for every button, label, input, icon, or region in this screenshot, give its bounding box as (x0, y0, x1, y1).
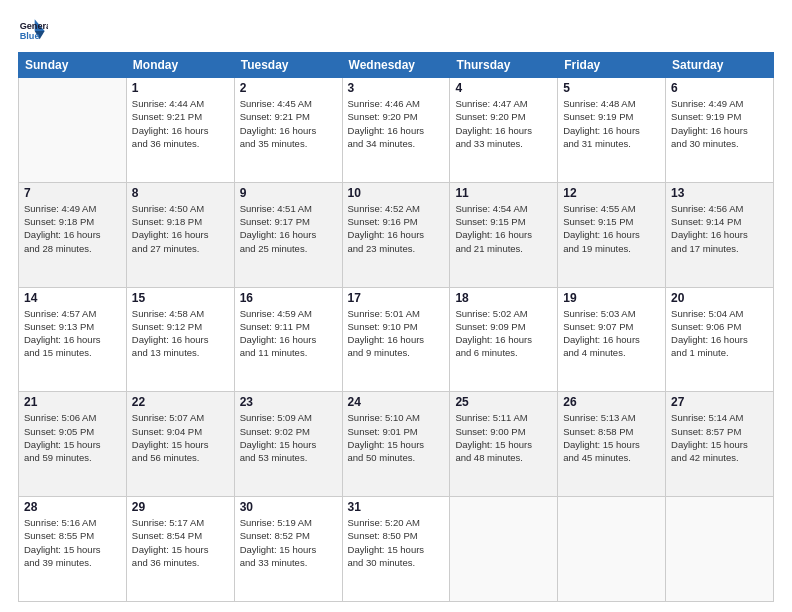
calendar-week-row: 1Sunrise: 4:44 AMSunset: 9:21 PMDaylight… (19, 78, 774, 183)
calendar-cell: 6Sunrise: 4:49 AMSunset: 9:19 PMDaylight… (666, 78, 774, 183)
day-number: 10 (348, 186, 445, 200)
calendar-cell: 23Sunrise: 5:09 AMSunset: 9:02 PMDayligh… (234, 392, 342, 497)
calendar-cell: 28Sunrise: 5:16 AMSunset: 8:55 PMDayligh… (19, 497, 127, 602)
cell-content: Sunrise: 4:56 AMSunset: 9:14 PMDaylight:… (671, 202, 768, 255)
cell-content: Sunrise: 4:57 AMSunset: 9:13 PMDaylight:… (24, 307, 121, 360)
calendar-cell: 8Sunrise: 4:50 AMSunset: 9:18 PMDaylight… (126, 182, 234, 287)
calendar-cell: 27Sunrise: 5:14 AMSunset: 8:57 PMDayligh… (666, 392, 774, 497)
day-number: 4 (455, 81, 552, 95)
cell-content: Sunrise: 4:52 AMSunset: 9:16 PMDaylight:… (348, 202, 445, 255)
cell-content: Sunrise: 5:01 AMSunset: 9:10 PMDaylight:… (348, 307, 445, 360)
calendar-cell: 10Sunrise: 4:52 AMSunset: 9:16 PMDayligh… (342, 182, 450, 287)
cell-content: Sunrise: 4:49 AMSunset: 9:19 PMDaylight:… (671, 97, 768, 150)
calendar-cell: 17Sunrise: 5:01 AMSunset: 9:10 PMDayligh… (342, 287, 450, 392)
day-number: 15 (132, 291, 229, 305)
day-number: 20 (671, 291, 768, 305)
col-header-friday: Friday (558, 53, 666, 78)
calendar-cell: 11Sunrise: 4:54 AMSunset: 9:15 PMDayligh… (450, 182, 558, 287)
cell-content: Sunrise: 5:19 AMSunset: 8:52 PMDaylight:… (240, 516, 337, 569)
calendar-cell: 19Sunrise: 5:03 AMSunset: 9:07 PMDayligh… (558, 287, 666, 392)
svg-text:General: General (20, 21, 48, 31)
day-number: 22 (132, 395, 229, 409)
logo-icon: General Blue (18, 16, 48, 46)
svg-text:Blue: Blue (20, 31, 40, 41)
day-number: 12 (563, 186, 660, 200)
day-number: 3 (348, 81, 445, 95)
calendar-cell: 30Sunrise: 5:19 AMSunset: 8:52 PMDayligh… (234, 497, 342, 602)
col-header-tuesday: Tuesday (234, 53, 342, 78)
calendar-week-row: 28Sunrise: 5:16 AMSunset: 8:55 PMDayligh… (19, 497, 774, 602)
cell-content: Sunrise: 4:45 AMSunset: 9:21 PMDaylight:… (240, 97, 337, 150)
day-number: 29 (132, 500, 229, 514)
col-header-sunday: Sunday (19, 53, 127, 78)
calendar-cell: 7Sunrise: 4:49 AMSunset: 9:18 PMDaylight… (19, 182, 127, 287)
day-number: 26 (563, 395, 660, 409)
calendar-cell: 12Sunrise: 4:55 AMSunset: 9:15 PMDayligh… (558, 182, 666, 287)
day-number: 7 (24, 186, 121, 200)
calendar-cell (19, 78, 127, 183)
cell-content: Sunrise: 5:04 AMSunset: 9:06 PMDaylight:… (671, 307, 768, 360)
calendar-cell: 22Sunrise: 5:07 AMSunset: 9:04 PMDayligh… (126, 392, 234, 497)
calendar-table: SundayMondayTuesdayWednesdayThursdayFrid… (18, 52, 774, 602)
calendar-week-row: 7Sunrise: 4:49 AMSunset: 9:18 PMDaylight… (19, 182, 774, 287)
calendar-cell: 1Sunrise: 4:44 AMSunset: 9:21 PMDaylight… (126, 78, 234, 183)
calendar-cell: 9Sunrise: 4:51 AMSunset: 9:17 PMDaylight… (234, 182, 342, 287)
calendar-week-row: 21Sunrise: 5:06 AMSunset: 9:05 PMDayligh… (19, 392, 774, 497)
calendar-cell: 16Sunrise: 4:59 AMSunset: 9:11 PMDayligh… (234, 287, 342, 392)
cell-content: Sunrise: 5:02 AMSunset: 9:09 PMDaylight:… (455, 307, 552, 360)
calendar-cell: 5Sunrise: 4:48 AMSunset: 9:19 PMDaylight… (558, 78, 666, 183)
day-number: 13 (671, 186, 768, 200)
day-number: 21 (24, 395, 121, 409)
calendar-cell: 2Sunrise: 4:45 AMSunset: 9:21 PMDaylight… (234, 78, 342, 183)
calendar-cell: 4Sunrise: 4:47 AMSunset: 9:20 PMDaylight… (450, 78, 558, 183)
cell-content: Sunrise: 4:48 AMSunset: 9:19 PMDaylight:… (563, 97, 660, 150)
col-header-thursday: Thursday (450, 53, 558, 78)
cell-content: Sunrise: 4:50 AMSunset: 9:18 PMDaylight:… (132, 202, 229, 255)
day-number: 19 (563, 291, 660, 305)
day-number: 17 (348, 291, 445, 305)
day-number: 25 (455, 395, 552, 409)
day-number: 14 (24, 291, 121, 305)
col-header-saturday: Saturday (666, 53, 774, 78)
cell-content: Sunrise: 5:10 AMSunset: 9:01 PMDaylight:… (348, 411, 445, 464)
cell-content: Sunrise: 5:17 AMSunset: 8:54 PMDaylight:… (132, 516, 229, 569)
cell-content: Sunrise: 4:51 AMSunset: 9:17 PMDaylight:… (240, 202, 337, 255)
cell-content: Sunrise: 5:16 AMSunset: 8:55 PMDaylight:… (24, 516, 121, 569)
calendar-cell: 13Sunrise: 4:56 AMSunset: 9:14 PMDayligh… (666, 182, 774, 287)
cell-content: Sunrise: 5:13 AMSunset: 8:58 PMDaylight:… (563, 411, 660, 464)
cell-content: Sunrise: 5:20 AMSunset: 8:50 PMDaylight:… (348, 516, 445, 569)
day-number: 6 (671, 81, 768, 95)
cell-content: Sunrise: 5:07 AMSunset: 9:04 PMDaylight:… (132, 411, 229, 464)
page: General Blue SundayMondayTuesdayWednesda… (0, 0, 792, 612)
calendar-week-row: 14Sunrise: 4:57 AMSunset: 9:13 PMDayligh… (19, 287, 774, 392)
day-number: 9 (240, 186, 337, 200)
calendar-header-row: SundayMondayTuesdayWednesdayThursdayFrid… (19, 53, 774, 78)
cell-content: Sunrise: 4:59 AMSunset: 9:11 PMDaylight:… (240, 307, 337, 360)
logo: General Blue (18, 16, 48, 46)
cell-content: Sunrise: 4:54 AMSunset: 9:15 PMDaylight:… (455, 202, 552, 255)
day-number: 28 (24, 500, 121, 514)
day-number: 23 (240, 395, 337, 409)
calendar-cell: 31Sunrise: 5:20 AMSunset: 8:50 PMDayligh… (342, 497, 450, 602)
col-header-monday: Monday (126, 53, 234, 78)
day-number: 2 (240, 81, 337, 95)
calendar-cell (666, 497, 774, 602)
day-number: 30 (240, 500, 337, 514)
cell-content: Sunrise: 5:09 AMSunset: 9:02 PMDaylight:… (240, 411, 337, 464)
day-number: 1 (132, 81, 229, 95)
cell-content: Sunrise: 5:03 AMSunset: 9:07 PMDaylight:… (563, 307, 660, 360)
day-number: 8 (132, 186, 229, 200)
calendar-cell: 14Sunrise: 4:57 AMSunset: 9:13 PMDayligh… (19, 287, 127, 392)
cell-content: Sunrise: 5:06 AMSunset: 9:05 PMDaylight:… (24, 411, 121, 464)
calendar-cell: 15Sunrise: 4:58 AMSunset: 9:12 PMDayligh… (126, 287, 234, 392)
calendar-cell: 24Sunrise: 5:10 AMSunset: 9:01 PMDayligh… (342, 392, 450, 497)
day-number: 31 (348, 500, 445, 514)
calendar-cell: 20Sunrise: 5:04 AMSunset: 9:06 PMDayligh… (666, 287, 774, 392)
header: General Blue (18, 16, 774, 46)
col-header-wednesday: Wednesday (342, 53, 450, 78)
cell-content: Sunrise: 4:46 AMSunset: 9:20 PMDaylight:… (348, 97, 445, 150)
calendar-cell: 18Sunrise: 5:02 AMSunset: 9:09 PMDayligh… (450, 287, 558, 392)
calendar-cell (558, 497, 666, 602)
cell-content: Sunrise: 4:44 AMSunset: 9:21 PMDaylight:… (132, 97, 229, 150)
calendar-cell: 29Sunrise: 5:17 AMSunset: 8:54 PMDayligh… (126, 497, 234, 602)
